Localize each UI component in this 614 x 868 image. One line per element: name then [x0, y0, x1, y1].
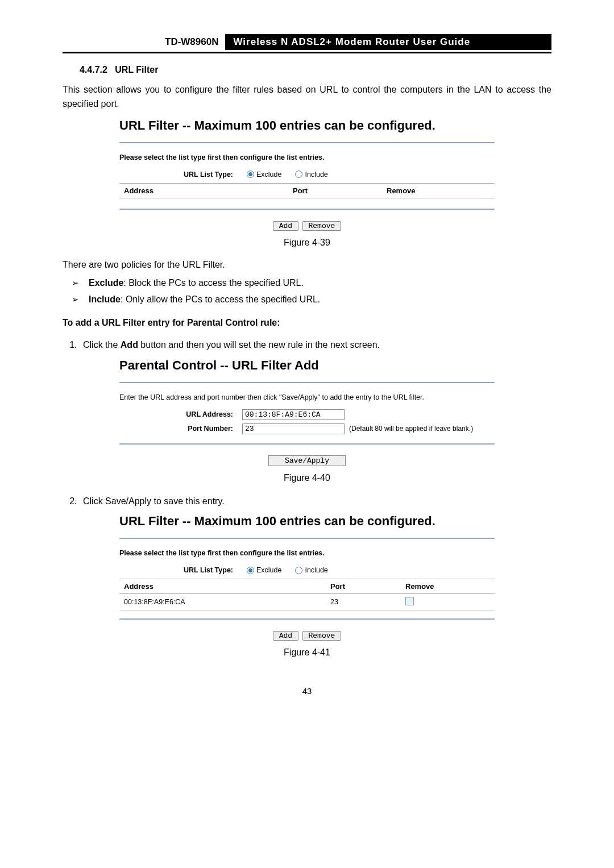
radio-exclude-label: Exclude: [256, 566, 281, 574]
step-1: Click the Add button and then you will s…: [80, 337, 551, 354]
add-rule-heading: To add a URL Filter entry for Parental C…: [63, 316, 551, 330]
radio-include-label: Include: [305, 171, 327, 178]
col-remove: Remove: [382, 183, 495, 198]
url-address-label: URL Address:: [119, 410, 242, 418]
radio-exclude-label: Exclude: [256, 171, 281, 178]
figure-39-screenshot: URL Filter -- Maximum 100 entries can be…: [119, 118, 495, 231]
fig41-caption: Figure 4-41: [63, 647, 551, 658]
policy-list: Exclude: Block the PCs to access the spe…: [63, 275, 551, 308]
radio-exclude[interactable]: [247, 171, 254, 178]
save-apply-button[interactable]: Save/Apply: [268, 455, 346, 466]
fig41-instruction: Please select the list type first then c…: [119, 549, 495, 557]
fig40-instruction: Enter the URL address and port number th…: [119, 393, 495, 401]
policies-intro: There are two policies for the URL Filte…: [63, 258, 551, 272]
remove-button[interactable]: Remove: [302, 221, 342, 231]
figure-40-screenshot: Parental Control -- URL Filter Add Enter…: [119, 358, 495, 466]
model-number: TD-W8960N: [63, 34, 218, 50]
fig39-instruction: Please select the list type first then c…: [119, 153, 495, 161]
step-2: Click Save/Apply to save this entry.: [80, 493, 551, 510]
col-address: Address: [119, 579, 326, 594]
radio-exclude[interactable]: [247, 567, 254, 574]
cell-port: 23: [326, 594, 401, 610]
divider: [119, 382, 495, 383]
col-address: Address: [119, 183, 288, 198]
fig40-title: Parental Control -- URL Filter Add: [119, 358, 495, 373]
table-row: 00:13:8F:A9:E6:CA 23: [119, 594, 495, 610]
page-number: 43: [63, 686, 551, 696]
fig41-title: URL Filter -- Maximum 100 entries can be…: [119, 514, 495, 529]
port-number-input[interactable]: [242, 423, 345, 434]
divider: [119, 142, 495, 143]
fig40-caption: Figure 4-40: [63, 473, 551, 483]
add-button[interactable]: Add: [273, 221, 298, 231]
remove-checkbox[interactable]: [405, 597, 414, 605]
col-port: Port: [326, 579, 401, 594]
port-number-label: Port Number:: [119, 425, 242, 433]
steps-list-2: Click Save/Apply to save this entry.: [63, 493, 551, 510]
url-address-input[interactable]: [242, 409, 345, 420]
section-heading: 4.4.7.2 URL Filter: [80, 65, 551, 75]
radio-include[interactable]: [295, 171, 302, 178]
remove-button[interactable]: Remove: [302, 631, 342, 641]
radio-include-label: Include: [305, 566, 327, 574]
divider: [119, 618, 495, 620]
divider: [119, 443, 495, 445]
policy-include: Include: Only allow the PCs to access th…: [72, 292, 551, 308]
url-filter-table: Address Port Remove: [119, 183, 495, 198]
page-header: TD-W8960N Wireless N ADSL2+ Modem Router…: [63, 34, 551, 53]
col-port: Port: [288, 183, 382, 198]
radio-include[interactable]: [295, 567, 302, 574]
url-list-type-label: URL List Type:: [119, 171, 247, 178]
doc-title: Wireless N ADSL2+ Modem Router User Guid…: [225, 34, 551, 50]
col-remove: Remove: [401, 579, 495, 594]
port-note: (Default 80 will be applied if leave bla…: [345, 425, 473, 433]
intro-paragraph: This section allows you to configure the…: [63, 83, 551, 111]
url-list-type-label: URL List Type:: [119, 566, 247, 574]
figure-41-screenshot: URL Filter -- Maximum 100 entries can be…: [119, 514, 495, 641]
steps-list: Click the Add button and then you will s…: [63, 337, 551, 354]
cell-remove: [401, 594, 495, 610]
policy-exclude: Exclude: Block the PCs to access the spe…: [72, 275, 551, 292]
url-filter-table: Address Port Remove 00:13:8F:A9:E6:CA 23: [119, 579, 495, 610]
fig39-caption: Figure 4-39: [63, 238, 551, 248]
add-button[interactable]: Add: [273, 631, 298, 641]
cell-address: 00:13:8F:A9:E6:CA: [119, 594, 326, 610]
divider: [119, 538, 495, 539]
fig39-title: URL Filter -- Maximum 100 entries can be…: [119, 118, 495, 133]
divider: [119, 209, 495, 210]
